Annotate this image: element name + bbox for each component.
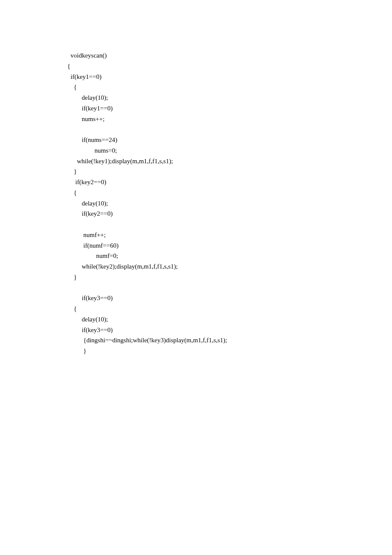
code-line: while(!key2);display(m,m1,f,f1,s,s1);	[67, 263, 178, 270]
code-line: }	[67, 347, 86, 354]
code-line: if(key3==0)	[67, 327, 112, 333]
code-line: if(nums==24)	[67, 136, 117, 143]
code-line: {dingshi=~dingshi;while(!key3)display(m,…	[67, 337, 227, 344]
code-line: }	[67, 274, 77, 280]
code-line: while(!key1);display(m,m1,f,f1,s,s1);	[67, 158, 173, 165]
code-line: {	[67, 189, 77, 196]
code-line: delay(10);	[67, 316, 108, 323]
code-line: numf=0;	[67, 252, 118, 259]
code-line: {	[67, 305, 77, 312]
code-line: if(key3==0)	[67, 295, 112, 301]
code-line: {	[67, 63, 70, 69]
code-content: voidkeyscan() { if(key1==0) { delay(10);…	[67, 50, 392, 356]
code-line: if(key2==0)	[67, 179, 106, 185]
code-line: voidkeyscan()	[67, 52, 107, 59]
code-line: }	[67, 168, 77, 175]
code-line: if(numf==60)	[67, 242, 118, 249]
code-line: numf++;	[67, 231, 106, 238]
code-line: if(key1==0)	[67, 105, 112, 112]
code-line: {	[67, 84, 77, 90]
code-line: nums=0;	[67, 147, 117, 154]
code-line: delay(10);	[67, 94, 108, 101]
code-line: if(key2==0)	[67, 210, 112, 217]
code-line: nums++;	[67, 116, 104, 122]
code-line: delay(10);	[67, 200, 108, 207]
code-line: if(key1==0)	[67, 73, 101, 80]
